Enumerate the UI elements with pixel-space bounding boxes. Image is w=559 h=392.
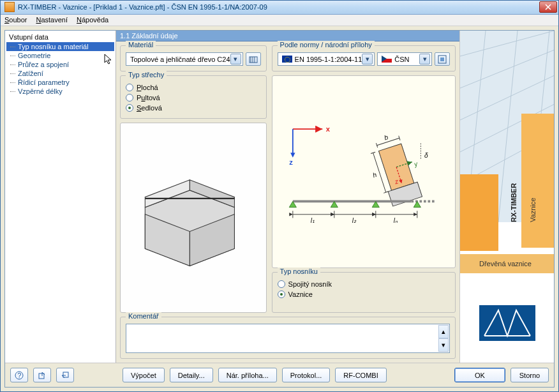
chevron-down-icon: ▾ — [230, 54, 241, 64]
svg-text:?: ? — [17, 371, 21, 379]
close-button[interactable] — [539, 1, 557, 13]
chevron-down-icon: ▾ — [419, 54, 430, 64]
roof-3d-preview — [120, 123, 267, 313]
title-bar: RX-TIMBER - Vaznice - [Priklad 1 - Vazni… — [1, 1, 558, 15]
svg-text:h: h — [371, 171, 377, 179]
standard-legend: Podle normy / národní přílohy — [278, 41, 375, 49]
comment-spin-down[interactable]: ▾ — [438, 338, 449, 352]
product-caption: Dřevěná vaznice — [479, 260, 532, 268]
material-legend: Materiál — [126, 41, 156, 49]
svg-text:b: b — [383, 133, 389, 141]
axis-x-label: x — [325, 125, 330, 133]
tree-item-buckling[interactable]: Vzpěrné délky — [6, 87, 114, 96]
standard-annex-combo[interactable]: ČSN ▾ — [377, 52, 432, 66]
rfcombi-button[interactable]: RF-COMBI — [335, 368, 386, 382]
section-diagram: x z — [272, 75, 456, 268]
settings-icon — [438, 55, 447, 64]
comment-textarea[interactable]: ▴ ▾ — [126, 324, 450, 353]
annex-button[interactable]: Nár. příloha... — [218, 368, 277, 382]
svg-text:lₙ: lₙ — [393, 217, 398, 224]
radio-icon — [126, 84, 133, 91]
ok-button[interactable]: OK — [454, 368, 505, 382]
export-button-2[interactable] — [56, 368, 74, 382]
group-standard: Podle normy / národní přílohy EN 1995-1-… — [272, 45, 456, 72]
library-icon — [249, 55, 258, 64]
eu-flag-icon — [282, 56, 292, 63]
svg-text:l₂: l₂ — [352, 217, 356, 224]
roof-3d-icon — [124, 127, 262, 308]
menu-file[interactable]: Soubor — [4, 16, 27, 24]
group-roof-type: Typ střechy Plochá Pultová — [120, 75, 267, 119]
app-icon — [4, 2, 15, 12]
section-header: 1.1 Základní údaje — [116, 31, 459, 41]
menu-settings[interactable]: Nastavení — [36, 16, 68, 24]
protocol-button[interactable]: Protokol... — [282, 368, 331, 382]
roof-option-gable[interactable]: Sedlová — [126, 103, 261, 113]
radio-icon — [126, 94, 133, 102]
tree-item-loads[interactable]: Zatížení — [6, 69, 114, 78]
standard-norm-value: EN 1995-1-1:2004-11 — [295, 56, 362, 63]
app-window: RX-TIMBER - Vaznice - [Priklad 1 - Vazni… — [0, 0, 559, 392]
material-combo[interactable]: Topolové a jehličnaté dřevo C24 ▾ — [126, 52, 243, 66]
calculate-button[interactable]: Výpočet — [123, 368, 165, 382]
radio-icon — [278, 290, 285, 298]
beam-option-purlin[interactable]: Vaznice — [278, 289, 450, 299]
export-icon — [61, 371, 70, 380]
comment-legend: Komentář — [126, 312, 161, 320]
roof-option-flat[interactable]: Plochá — [126, 82, 261, 93]
cz-flag-icon — [382, 56, 392, 63]
work-area: Vstupní data Typ nosníku a materiál Geom… — [4, 30, 555, 388]
navigation-tree: Vstupní data Typ nosníku a materiál Geom… — [5, 31, 116, 363]
svg-rect-3 — [440, 57, 444, 61]
svg-rect-52 — [63, 372, 68, 377]
standard-annex-value: ČSN — [394, 56, 419, 63]
product-banner: RX-TIMBER Vaznice Dřevěná vaznice — [460, 31, 554, 363]
product-title: RX-TIMBER — [510, 183, 518, 222]
main-panel: 1.1 Základní údaje Materiál Topolové a j… — [116, 31, 459, 363]
menu-help[interactable]: Nápověda — [77, 16, 108, 24]
details-button[interactable]: Detaily... — [170, 368, 213, 382]
cancel-button[interactable]: Storno — [511, 368, 549, 382]
help-icon: ? — [15, 371, 24, 380]
radio-icon — [278, 280, 285, 288]
export-icon — [38, 371, 47, 380]
product-side-panel: RX-TIMBER Vaznice Dřevěná vaznice — [459, 31, 554, 363]
radio-icon — [126, 104, 133, 112]
export-button-1[interactable] — [33, 368, 51, 382]
chevron-down-icon: ▾ — [362, 54, 373, 64]
svg-rect-44 — [521, 114, 554, 248]
axis-z-label: z — [289, 158, 293, 166]
group-material: Materiál Topolové a jehličnaté dřevo C24… — [120, 45, 267, 72]
svg-rect-43 — [460, 174, 498, 251]
svg-text:δ: δ — [424, 152, 428, 159]
section-diagram-svg: x z — [275, 79, 452, 265]
window-title: RX-TIMBER - Vaznice - [Priklad 1 - Vazni… — [18, 3, 539, 11]
roof-option-shed[interactable]: Pultová — [126, 93, 261, 103]
standard-settings-button[interactable] — [435, 52, 450, 66]
tree-item-type-material[interactable]: Typ nosníku a materiál — [6, 42, 114, 51]
standard-norm-combo[interactable]: EN 1995-1-1:2004-11 ▾ — [278, 52, 375, 66]
group-comment: Komentář ▴ ▾ — [120, 317, 456, 359]
menu-bar: Soubor Nastavení Nápověda — [1, 15, 558, 26]
svg-text:l₁: l₁ — [310, 217, 314, 224]
group-beam-type: Typ nosníku Spojitý nosník Vaznice — [272, 272, 456, 313]
product-subtitle: Vaznice — [529, 198, 537, 222]
comment-spin-up[interactable]: ▴ — [438, 325, 449, 338]
tree-item-section[interactable]: Průřez a spojení — [6, 60, 114, 69]
tree-item-geometry[interactable]: Geometrie — [6, 51, 114, 60]
material-library-button[interactable] — [246, 52, 261, 66]
beam-legend: Typ nosníku — [278, 268, 320, 275]
tree-root[interactable]: Vstupní data — [6, 32, 114, 42]
roof-legend: Typ střechy — [126, 71, 167, 79]
beam-option-continuous[interactable]: Spojitý nosník — [278, 279, 450, 289]
material-value: Topolové a jehličnaté dřevo C24 — [130, 56, 230, 63]
svg-text:y: y — [412, 160, 419, 169]
bottom-button-bar: ? Výpočet Detaily... Nár. příloha... Pro… — [5, 363, 554, 387]
help-button[interactable]: ? — [10, 368, 28, 382]
svg-rect-51 — [39, 373, 44, 379]
tree-item-control[interactable]: Řídicí parametry — [6, 78, 114, 87]
close-icon — [545, 4, 551, 10]
